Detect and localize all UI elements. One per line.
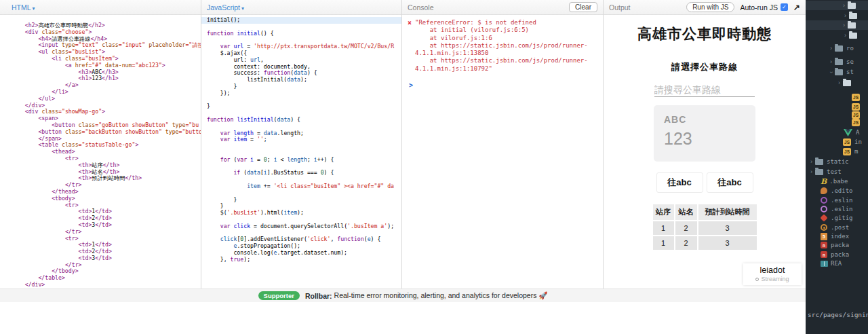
js-icon: JS xyxy=(852,119,860,126)
console-error-entry: × "ReferenceError: $ is not defined at i… xyxy=(408,19,597,73)
code-line: } xyxy=(207,197,401,204)
tree-row[interactable]: .eslin xyxy=(806,204,868,214)
console-prompt[interactable]: > xyxy=(409,81,597,89)
direction-back-button[interactable]: 往abc xyxy=(707,172,753,193)
streaming-status: Streaming xyxy=(747,276,797,282)
tree-item-label: ro xyxy=(846,45,854,52)
tree-row[interactable]: A xyxy=(806,128,868,137)
table-cell: 2 xyxy=(675,236,697,250)
ide-sidebar: ›››››ro›se›st›JSJSJSJSAJSinJSm›static›te… xyxy=(806,0,868,334)
sponsor-banner: Supporter Rollbar: Real-time error monit… xyxy=(0,289,806,302)
tree-row[interactable]: .eslin xyxy=(806,196,868,205)
html-panel-menu[interactable]: HTML▾ xyxy=(12,3,35,12)
javascript-code-editor[interactable]: initial();function initial() { var url =… xyxy=(201,15,401,263)
code-line: if (data[i].BusStatus === 0) { xyxy=(207,170,401,177)
tree-row[interactable]: › xyxy=(806,31,868,40)
ide-status-path: src/pages/signin/l xyxy=(808,311,868,318)
autorun-js-label: Auto-run JS xyxy=(740,3,777,12)
chevron-right-icon[interactable]: › xyxy=(810,169,812,175)
code-line: function listInitial(data) { xyxy=(207,117,401,124)
tree-row[interactable]: JSin xyxy=(806,137,868,147)
html-panel-header: HTML▾ xyxy=(0,0,201,15)
direction-go-button[interactable]: 往abc xyxy=(656,172,703,193)
tree-item-label: REA xyxy=(831,260,842,267)
tree-row[interactable]: JS xyxy=(806,92,868,102)
supporter-badge[interactable]: Supporter xyxy=(258,291,300,300)
html-code-editor[interactable]: <h2>高雄市公車即時動態</h2> <div class="choose"> … xyxy=(0,15,201,289)
autorun-js-checkbox[interactable]: ✓ xyxy=(781,3,788,11)
folder-icon xyxy=(815,169,823,175)
chevron-down-icon: ▾ xyxy=(241,5,244,12)
bus-route-card[interactable]: ABC 123 xyxy=(654,105,755,162)
output-panel: Output Run with JS Auto-run JS ✓ ↗ 高雄市公車… xyxy=(604,0,806,289)
expand-output-icon[interactable]: ↗ xyxy=(793,3,800,12)
table-cell: 1 xyxy=(653,236,674,250)
tree-row[interactable]: npacka xyxy=(806,250,868,259)
html-panel-label: HTML xyxy=(12,3,31,12)
chevron-right-icon[interactable]: › xyxy=(810,159,812,165)
folder-icon xyxy=(835,69,843,75)
tree-item-label: packa xyxy=(831,251,849,258)
tree-item-label: index xyxy=(831,233,849,240)
tree-row[interactable]: 5index xyxy=(806,231,868,241)
streaming-username: leiadot xyxy=(747,265,797,275)
app-subtitle: 請選擇公車路線 xyxy=(604,61,806,73)
tree-row[interactable]: ›ro xyxy=(806,43,868,53)
javascript-panel: JavaScript▾ initial();function initial()… xyxy=(201,0,402,289)
streaming-circle-icon xyxy=(755,278,759,281)
tree-row[interactable]: JSm xyxy=(806,147,868,156)
error-icon: × xyxy=(408,19,412,26)
tree-row[interactable]: .post xyxy=(806,223,868,232)
chevron-right-icon[interactable]: › xyxy=(844,33,846,39)
bus-route-number: 123 xyxy=(664,129,755,149)
tree-row[interactable]: JS xyxy=(806,117,868,127)
sponsor-brand[interactable]: Rollbar: xyxy=(305,292,332,300)
code-line xyxy=(207,97,401,104)
run-with-js-button[interactable]: Run with JS xyxy=(686,2,734,12)
table-row: 123 xyxy=(653,221,757,235)
table-header-cell: 站名 xyxy=(675,204,697,220)
chevron-right-icon[interactable]: › xyxy=(844,13,846,19)
chevron-right-icon[interactable]: › xyxy=(843,22,845,29)
code-line: item += '<li class="busItem" ><a href="#… xyxy=(207,183,401,190)
code-line: }); xyxy=(207,90,401,97)
tree-row[interactable]: npacka xyxy=(806,240,868,250)
tree-row[interactable]: ›se xyxy=(806,57,868,67)
console-clear-button[interactable]: Clear xyxy=(569,2,597,12)
readme-icon xyxy=(821,261,828,267)
code-line: function initial() { xyxy=(207,31,401,37)
chevron-down-icon[interactable]: › xyxy=(828,71,834,73)
tree-row[interactable]: › xyxy=(806,20,868,30)
tree-row[interactable]: › xyxy=(806,11,868,20)
code-line: } xyxy=(207,84,401,90)
npm-icon: n xyxy=(821,251,827,258)
table-cell: 3 xyxy=(698,236,757,250)
output-frame: 高雄市公車即時動態 請選擇公車路線 ABC 123 往abc 往abc 站序站名… xyxy=(604,15,806,289)
folder-icon xyxy=(835,45,843,52)
bus-search-input[interactable] xyxy=(654,82,755,97)
chevron-right-icon[interactable]: › xyxy=(830,59,832,65)
table-cell: 1 xyxy=(653,221,674,235)
tree-row[interactable]: B.babe xyxy=(806,177,868,186)
javascript-panel-menu[interactable]: JavaScript▾ xyxy=(207,3,244,12)
tree-row[interactable]: .edito xyxy=(806,186,868,196)
eslint2-icon xyxy=(821,206,827,212)
tree-row[interactable]: ›static xyxy=(806,157,868,166)
javascript-panel-header: JavaScript▾ xyxy=(201,0,401,15)
tree-row[interactable]: ›st xyxy=(806,67,868,77)
tree-row[interactable]: REA xyxy=(806,259,868,268)
streaming-badge: leiadot Streaming xyxy=(743,263,802,285)
tree-row[interactable]: ›test xyxy=(806,167,868,177)
table-row: 123 xyxy=(653,236,757,250)
folder-icon xyxy=(815,159,823,165)
folder-icon xyxy=(848,3,856,9)
sponsor-text[interactable]: Real-time error monitoring, alerting, an… xyxy=(334,291,548,300)
chevron-right-icon[interactable]: › xyxy=(838,80,840,86)
tree-row[interactable]: .gitig xyxy=(806,213,868,223)
code-line xyxy=(207,143,401,150)
chevron-right-icon[interactable]: › xyxy=(830,45,832,52)
tree-row[interactable]: › xyxy=(806,1,868,10)
chevron-right-icon[interactable]: › xyxy=(843,3,845,9)
console-log-area[interactable]: × "ReferenceError: $ is not defined at i… xyxy=(402,15,603,89)
tree-row[interactable]: › xyxy=(806,78,868,88)
